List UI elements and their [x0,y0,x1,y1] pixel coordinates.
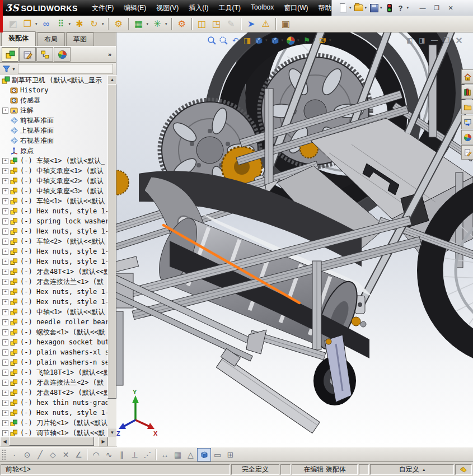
tree-item[interactable]: +(-) Hex nuts, style 1-G [0,206,107,216]
new-document-icon[interactable] [338,3,348,12]
menu-窗口[interactable]: 窗口(W) [279,2,313,15]
point-icon[interactable]: · [8,449,21,461]
tab-property-manager[interactable] [19,47,36,62]
instant3d-icon[interactable]: ➤ [244,17,259,31]
tree-expander[interactable]: + [2,168,8,174]
scroll-up-button[interactable]: ▲ [107,75,117,85]
child-close-button[interactable]: ✕ [453,35,465,45]
tree-expander[interactable]: + [2,239,8,245]
tree-expander[interactable]: + [2,269,8,275]
tree-item[interactable]: +传感器 [0,95,107,105]
tree-item[interactable]: +History [0,85,107,95]
tree-root-assembly[interactable]: 割草环卫机 (默认<默认_显示 [0,75,107,85]
dimension-icon[interactable]: ↔ [158,449,171,461]
move-component-icon-dropdown[interactable]: ▾ [102,22,104,26]
tree-expander[interactable]: + [2,400,8,406]
tree-item[interactable]: +(-) hex thin nuts-grade [0,398,107,408]
open-part-icon-dropdown[interactable]: ▾ [35,22,38,26]
tree-item[interactable]: +(-) 中轴<1> (默认<<默认 [0,307,107,317]
tree-item[interactable]: +(-) Hex nuts, style 1-G [0,256,107,267]
scroll-thumb-h[interactable] [9,437,94,446]
tree-expander[interactable]: + [2,228,8,235]
tree-expander[interactable]: + [2,178,8,184]
scroll-thumb[interactable] [107,84,116,399]
menu-编辑[interactable]: 编辑(E) [119,2,151,15]
shaded-view-icon[interactable] [197,448,211,461]
tree-item[interactable]: +上视基准面 [0,125,107,136]
tree-expander[interactable]: + [2,249,8,255]
display-style-icon[interactable] [269,35,281,46]
scroll-down-button[interactable]: ▼ [107,428,117,437]
tree-expander[interactable]: + [2,279,8,285]
tree-item[interactable]: +(-) plain washers-xl se [0,347,107,357]
menu-插入[interactable]: 插入(I) [184,2,213,15]
assembly-features-icon[interactable]: ⚙ [111,17,126,31]
tree-item[interactable]: +(-) 牙盘连接法兰<2> (默 [0,377,107,388]
exploded-view-icon[interactable]: ◳ [209,17,224,31]
tree-expander[interactable]: + [2,430,8,436]
solidworks-resources-tab[interactable] [461,69,473,84]
tree-item[interactable]: +(-) spring lock washers [0,216,107,226]
tree-expander[interactable]: + [2,339,8,346]
design-library-tab[interactable] [461,85,473,99]
zoom-area-icon[interactable] [218,35,230,46]
tree-item[interactable]: +(-) 牙盘连接法兰<1> (默 [0,277,107,287]
tab-布局[interactable]: 布局 [37,32,65,46]
tree-expander[interactable]: + [2,108,8,114]
tag-icon[interactable] [455,464,472,475]
reel-shaft[interactable] [352,317,360,326]
tree-expander[interactable]: + [2,319,8,325]
collapse-left-pane-button[interactable]: ◧ [404,35,416,45]
tree-item[interactable]: +(-) Hex nuts, style 1-G [0,408,107,418]
file-explorer-tab[interactable] [461,100,473,114]
view-orientation-icon-dropdown[interactable]: ▾ [265,38,268,43]
insert-components-icon[interactable]: ◩ [6,17,20,31]
tree-expander[interactable]: + [2,329,8,335]
reference-geometry-icon-dropdown[interactable]: ▾ [165,22,167,26]
tree-expander[interactable]: + [2,158,8,164]
tree-vertical-scrollbar[interactable]: ▲ ▼ [107,75,116,437]
tree-item[interactable]: +(-) 中轴支承座<2> (默认 [0,176,107,186]
custom-properties-tab[interactable] [461,145,473,160]
tree-expander[interactable]: + [2,370,8,376]
tab-装配体[interactable]: 装配体 [1,31,36,46]
tree-expander[interactable]: + [2,380,8,386]
smart-fasteners-icon[interactable]: ✱ [72,17,87,31]
tree-item[interactable]: +(-) needle roller beari [0,317,107,327]
tree-expander[interactable]: + [2,299,8,305]
viewport-split-icon[interactable]: ⊞ [224,449,237,461]
tree-item[interactable]: +(-) 螺纹套<1> (默认<<默 [0,327,107,337]
viewport-single-icon[interactable]: ▭ [211,449,224,461]
menu-Toolbox[interactable]: Toolbox [246,2,279,15]
tree-filter-input[interactable] [18,64,113,74]
tree-expander[interactable]: + [2,420,8,426]
toolbar-grip[interactable] [2,449,6,460]
view-settings-icon[interactable]: 🖳 [317,35,329,46]
angle-icon[interactable]: ∠ [72,449,85,461]
tree-item[interactable]: +(-) 中轴支承座<3> (默认 [0,186,107,196]
open-icon[interactable] [354,3,364,12]
linear-component-pattern-icon[interactable]: ⠿ [54,17,68,31]
move-component-icon[interactable]: ↻ [87,17,101,31]
tree-item[interactable]: +原点 [0,146,107,156]
appearances-icon[interactable] [285,35,297,46]
view-settings-icon-dropdown[interactable]: ▾ [329,38,331,43]
interference-detection-icon[interactable]: ⚙ [175,17,189,31]
spline-icon[interactable]: ∿ [102,449,115,461]
tree-item[interactable]: +(-) Hex nuts, style 1-G [0,226,107,236]
tree-item[interactable]: +(-) plain washers-n ser [0,357,107,367]
scene-icon[interactable]: ⚑ [301,35,313,46]
open-part-icon[interactable]: ❐ [20,17,35,31]
tab-草图[interactable]: 草图 [66,32,94,46]
tab-feature-manager-tree[interactable] [2,47,18,62]
child-minimize-button[interactable]: — [428,35,441,45]
scroll-left-button[interactable]: ◀ [0,437,10,446]
tree-item[interactable]: +(-) hexagon socket butt [0,337,107,347]
scene-icon-dropdown[interactable]: ▾ [313,38,316,43]
menu-视图[interactable]: 视图(V) [151,2,184,15]
line-icon[interactable]: ╱ [34,449,46,461]
simulation-icon[interactable]: ⚠ [259,17,273,31]
filter-dropdown-arrow[interactable]: ▼ [12,67,16,71]
child-restore-button[interactable]: ❐ [441,35,453,45]
minimize-button[interactable]: — [416,3,429,13]
